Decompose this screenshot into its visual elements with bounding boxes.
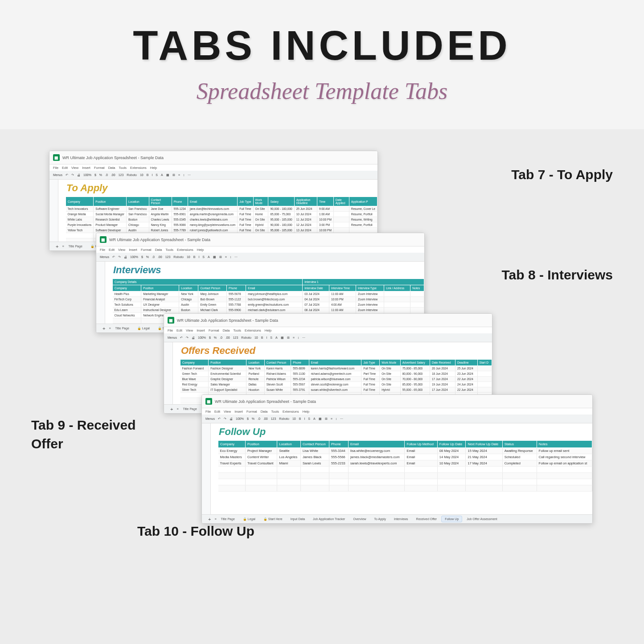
- toolbar-button[interactable]: 123: [165, 255, 171, 258]
- column-header[interactable]: Work Mode: [380, 360, 401, 366]
- toolbar-button[interactable]: ↕: [230, 255, 232, 258]
- toolbar-button[interactable]: ▦: [319, 417, 322, 421]
- toolbar-button[interactable]: 100%: [83, 173, 91, 176]
- toolbar-button[interactable]: ↷: [186, 336, 189, 340]
- toolbar-button[interactable]: S: [156, 173, 158, 176]
- sheet-tab[interactable]: 🔒 Legal: [239, 516, 259, 523]
- toolbar-button[interactable]: .00: [158, 255, 162, 258]
- column-header[interactable]: Link / Address: [384, 285, 410, 291]
- sheet-tab[interactable]: Overview: [349, 516, 369, 522]
- column-header[interactable]: Follow Up Method: [405, 441, 437, 448]
- sheets-menu-icon[interactable]: ≡: [109, 327, 111, 330]
- column-header[interactable]: Status: [502, 441, 537, 448]
- sheets-menu-icon[interactable]: ≡: [62, 245, 64, 248]
- toolbar-button[interactable]: ▦: [166, 173, 169, 177]
- sheet-tab[interactable]: 🔒 Legal: [134, 325, 153, 332]
- toolbar-button[interactable]: Menus: [53, 173, 62, 176]
- menu-item[interactable]: Help: [265, 328, 271, 332]
- table-row[interactable]: [218, 473, 592, 479]
- toolbar-button[interactable]: A: [161, 173, 163, 176]
- table-row[interactable]: Edu LearnInstructional DesignerBostonMic…: [113, 308, 424, 313]
- column-header[interactable]: Contact Person: [198, 285, 227, 291]
- column-header[interactable]: Job Type: [361, 360, 380, 366]
- column-header[interactable]: Phone: [291, 360, 309, 366]
- column-header[interactable]: Company: [180, 360, 209, 366]
- toolbar-button[interactable]: .00: [263, 417, 268, 420]
- menu-item[interactable]: Help: [303, 410, 309, 414]
- toolbar-button[interactable]: Menus: [205, 417, 215, 420]
- column-header[interactable]: Interview Type: [356, 285, 384, 291]
- table-row[interactable]: Red EnergySales ManagerDallasSteven Scot…: [180, 382, 492, 387]
- toolbar-button[interactable]: 100%: [198, 336, 206, 339]
- toolbar-button[interactable]: .0: [152, 255, 155, 258]
- table-row[interactable]: Silver TechIT Support SpecialistHoustonS…: [180, 387, 492, 393]
- toolbar-button[interactable]: 10: [292, 417, 296, 420]
- toolbar-button[interactable]: $: [141, 255, 143, 258]
- menu-item[interactable]: File: [100, 248, 105, 252]
- toolbar-button[interactable]: %: [252, 417, 254, 420]
- toolbar-button[interactable]: S: [202, 255, 205, 258]
- column-header[interactable]: Email: [188, 197, 238, 206]
- toolbar-button[interactable]: .0: [220, 336, 222, 339]
- toolbar-button[interactable]: Roboto: [241, 336, 251, 339]
- table-row[interactable]: Fashion ForwardFashion DesignerNew YorkK…: [180, 366, 492, 371]
- toolbar-button[interactable]: 🖨: [77, 173, 80, 176]
- toolbar-button[interactable]: %: [99, 173, 102, 176]
- column-header[interactable]: Date Applied: [333, 197, 349, 206]
- table-row[interactable]: Blue WaveGraphic DesignerRemotePatricia …: [180, 377, 492, 382]
- menu-item[interactable]: Insert: [197, 328, 205, 332]
- toolbar-button[interactable]: B: [299, 417, 301, 420]
- toolbar-button[interactable]: 123: [271, 417, 276, 420]
- toolbar-button[interactable]: ↶: [218, 417, 221, 421]
- column-header[interactable]: Location: [277, 441, 301, 448]
- menu-item[interactable]: Insert: [129, 248, 137, 252]
- column-header[interactable]: Location: [127, 197, 149, 206]
- menu-item[interactable]: Format: [246, 410, 257, 414]
- toolbar-button[interactable]: A: [313, 417, 316, 420]
- toolbar-button[interactable]: ↶: [112, 255, 115, 259]
- table-row[interactable]: Tech InnovatorsSoftware EngineerSan Fran…: [66, 206, 377, 212]
- column-header[interactable]: Interview Date: [303, 285, 329, 291]
- column-header[interactable]: Position: [209, 360, 246, 366]
- sheet-tab[interactable]: Job Offer Assessment: [463, 516, 500, 522]
- toolbar-button[interactable]: 10: [187, 255, 190, 258]
- toolbar-button[interactable]: 10: [254, 336, 258, 339]
- column-header[interactable]: Application P: [349, 197, 377, 206]
- add-sheet-button[interactable]: +: [168, 406, 176, 412]
- column-header[interactable]: Deadline: [455, 360, 478, 366]
- toolbar-button[interactable]: B: [193, 255, 196, 258]
- table-row[interactable]: Health PlusMarketing ManagerNew YorkMary…: [113, 291, 424, 297]
- menu-item[interactable]: File: [205, 410, 211, 414]
- toolbar-button[interactable]: ↷: [118, 255, 121, 259]
- menu-item[interactable]: File: [168, 328, 173, 332]
- toolbar-button[interactable]: ≡: [293, 336, 295, 339]
- add-sheet-button[interactable]: +: [53, 244, 61, 249]
- column-header[interactable]: Job Type: [238, 197, 253, 206]
- toolbar-button[interactable]: 100%: [236, 417, 244, 420]
- menu-item[interactable]: Tools: [234, 328, 242, 332]
- toolbar-button[interactable]: .00: [111, 173, 115, 176]
- toolbar-button[interactable]: Roboto: [279, 417, 289, 420]
- table-row[interactable]: Tech SolutionsUX DesignerAustinEmily Gre…: [113, 302, 424, 308]
- sheet-tab[interactable]: Received Offer: [413, 516, 441, 522]
- toolbar-button[interactable]: I: [198, 255, 199, 258]
- toolbar-button[interactable]: ⋯: [340, 417, 343, 421]
- toolbar-button[interactable]: 🖨: [192, 336, 195, 339]
- toolbar-button[interactable]: ▦: [281, 336, 284, 340]
- toolbar-button[interactable]: Menus: [100, 255, 109, 258]
- toolbar-button[interactable]: ▦: [213, 255, 216, 259]
- menu-item[interactable]: Edit: [176, 328, 182, 332]
- column-header[interactable]: Notes: [410, 285, 424, 291]
- menu-item[interactable]: Edit: [62, 166, 68, 170]
- menu-item[interactable]: Help: [150, 166, 157, 170]
- column-header[interactable]: Interview Time: [329, 285, 356, 291]
- column-header[interactable]: Work Mode: [253, 197, 268, 206]
- menu-item[interactable]: Format: [209, 328, 219, 332]
- toolbar-button[interactable]: ⊞: [219, 255, 222, 259]
- column-header[interactable]: Contact Person: [149, 197, 172, 206]
- toolbar-button[interactable]: ≡: [225, 255, 227, 258]
- menu-item[interactable]: Edit: [214, 410, 220, 414]
- add-sheet-button[interactable]: +: [205, 517, 213, 522]
- table-row[interactable]: Media MastersContent WriterLos AngelesJa…: [218, 454, 592, 460]
- table-row[interactable]: [218, 467, 592, 473]
